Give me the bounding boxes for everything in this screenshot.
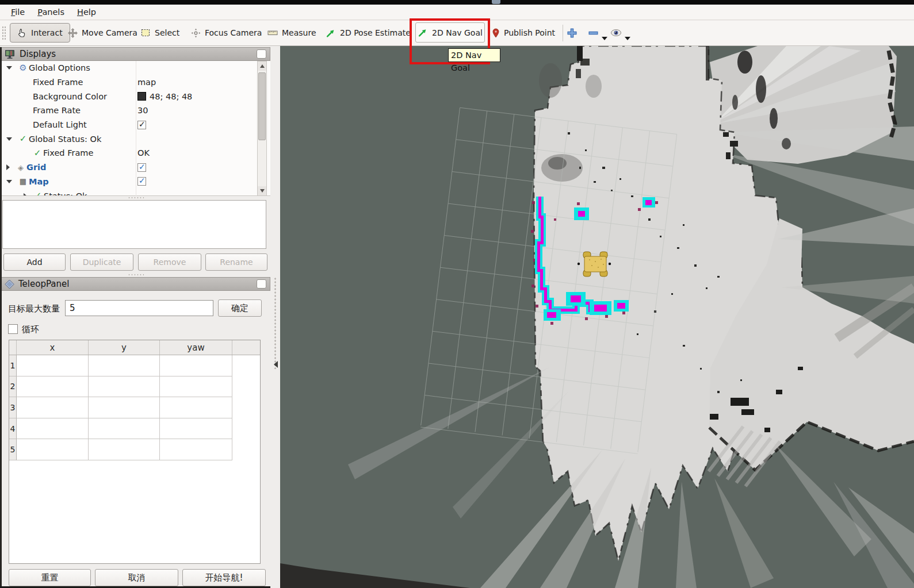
cell-yaw[interactable]: [160, 355, 232, 376]
cell-yaw[interactable]: [160, 397, 232, 418]
default-light-checkbox[interactable]: [137, 121, 146, 129]
hand-cursor-icon: [17, 28, 27, 38]
zoom-in-button[interactable]: [567, 23, 578, 43]
displays-panel-header[interactable]: Displays: [0, 47, 270, 61]
cell-x[interactable]: [17, 397, 89, 418]
green-arrow-icon: [326, 28, 336, 38]
expander-down-icon[interactable]: [6, 180, 12, 183]
scroll-up-button[interactable]: [258, 62, 266, 71]
confirm-button[interactable]: 确定: [218, 299, 262, 317]
reset-button[interactable]: 重置: [9, 569, 91, 586]
zoom-out-button[interactable]: [588, 23, 599, 43]
nav-goal-tool-button[interactable]: 2D Nav Goal: [415, 22, 485, 43]
color-swatch[interactable]: [137, 92, 146, 101]
visibility-button[interactable]: [610, 23, 622, 43]
menu-file[interactable]: File: [5, 6, 31, 18]
cell-yaw[interactable]: [160, 418, 232, 440]
tree-scrollbar[interactable]: [257, 61, 267, 196]
cell-yaw[interactable]: [160, 439, 232, 460]
grid-display-icon: [15, 163, 26, 172]
teleop-panel-header[interactable]: TeleopPanel: [0, 277, 270, 291]
table-row: 4: [9, 418, 260, 440]
toolbar-grip[interactable]: [2, 26, 6, 41]
scrollbar-thumb[interactable]: [258, 72, 266, 140]
menu-help[interactable]: Help: [71, 6, 102, 18]
tree-row-frame-rate[interactable]: Frame Rate 30: [0, 103, 270, 118]
tree-row-global-options[interactable]: Global Options: [0, 61, 270, 75]
expander-down-icon[interactable]: [6, 137, 12, 141]
column-header-x[interactable]: x: [17, 340, 89, 355]
cell-x[interactable]: [17, 355, 89, 376]
tree-row-map[interactable]: Map: [0, 175, 270, 189]
splitter-collapse-icon[interactable]: [274, 361, 278, 368]
panel-resize-grip[interactable]: [128, 274, 144, 276]
cell-y[interactable]: [89, 397, 160, 418]
visibility-dropdown-arrow[interactable]: [625, 37, 630, 40]
cell-yaw[interactable]: [160, 376, 232, 398]
tree-row-fixed-frame-status[interactable]: Fixed Frame OK: [0, 146, 270, 160]
green-arrow-icon: [418, 28, 428, 37]
cancel-button[interactable]: 取消: [95, 569, 178, 586]
interact-tool-button[interactable]: Interact: [10, 23, 70, 43]
cell-y[interactable]: [89, 439, 160, 460]
table-row: 3: [9, 397, 260, 418]
goals-table-header: x y yaw: [9, 340, 260, 355]
expander-down-icon[interactable]: [6, 66, 12, 70]
column-header-yaw[interactable]: yaw: [160, 340, 232, 355]
select-tool[interactable]: Select: [141, 23, 179, 43]
measure-tool[interactable]: Measure: [267, 23, 316, 43]
tree-row-default-light[interactable]: Default Light: [0, 118, 270, 132]
focus-camera-tool[interactable]: Focus Camera: [191, 23, 262, 43]
status-ok-icon: [32, 191, 44, 196]
teleop-panel-checkbox[interactable]: [257, 279, 266, 289]
3d-viewport[interactable]: [280, 46, 914, 588]
cell-y[interactable]: [89, 418, 160, 440]
tree-row-global-status[interactable]: Global Status: Ok: [0, 132, 270, 146]
cell-y[interactable]: [89, 376, 160, 398]
duplicate-display-button[interactable]: Duplicate: [70, 253, 133, 271]
remove-display-button[interactable]: Remove: [138, 253, 201, 271]
rename-display-button[interactable]: Rename: [205, 253, 267, 271]
start-navigation-button[interactable]: 开始导航!: [182, 569, 266, 586]
map-enabled-checkbox[interactable]: [137, 177, 146, 186]
loop-checkbox[interactable]: [8, 324, 18, 334]
scroll-down-button[interactable]: [258, 186, 266, 195]
row-header[interactable]: 5: [9, 439, 17, 460]
cell-x[interactable]: [17, 439, 89, 460]
row-header[interactable]: 3: [9, 397, 17, 418]
row-header[interactable]: 1: [9, 355, 17, 376]
fixed-frame-value[interactable]: map: [137, 78, 156, 87]
move-arrows-icon: [68, 28, 78, 38]
fixed-frame-status-value: OK: [137, 148, 150, 157]
displays-panel-checkbox[interactable]: [257, 49, 266, 59]
frame-rate-value[interactable]: 30: [137, 106, 148, 115]
cell-x[interactable]: [17, 376, 89, 398]
pose-estimate-tool[interactable]: 2D Pose Estimate: [326, 23, 411, 43]
publish-point-tool[interactable]: Publish Point: [492, 23, 555, 43]
tree-column-divider: [136, 61, 136, 196]
add-display-button[interactable]: Add: [3, 253, 66, 271]
cell-x[interactable]: [17, 418, 89, 440]
tree-row-fixed-frame[interactable]: Fixed Frame map: [0, 75, 270, 90]
column-header-y[interactable]: y: [89, 340, 160, 355]
menu-panels[interactable]: Panels: [31, 6, 71, 18]
expander-right-icon[interactable]: [24, 193, 27, 196]
expander-right-icon[interactable]: [6, 164, 10, 170]
max-goals-label: 目标最大数量: [8, 303, 60, 314]
panel-splitter[interactable]: [270, 47, 280, 588]
zoom-out-dropdown-arrow[interactable]: [602, 37, 607, 40]
cell-y[interactable]: [89, 355, 160, 376]
nav-goal-tooltip: 2D Nav Goal: [448, 48, 500, 62]
status-ok-icon: [32, 149, 43, 157]
tree-row-background-color[interactable]: Background Color 48; 48; 48: [0, 89, 270, 103]
tree-row-map-status[interactable]: Status: Ok: [0, 189, 270, 196]
background-color-value[interactable]: 48; 48; 48: [150, 92, 192, 101]
3d-scene: [280, 46, 914, 588]
grid-enabled-checkbox[interactable]: [137, 163, 146, 172]
move-camera-tool[interactable]: Move Camera: [68, 23, 137, 43]
tree-resize-grip[interactable]: [128, 197, 144, 199]
max-goals-input[interactable]: [65, 300, 213, 316]
tree-row-grid[interactable]: Grid: [0, 160, 270, 175]
row-header[interactable]: 2: [9, 376, 17, 398]
row-header[interactable]: 4: [9, 418, 17, 440]
